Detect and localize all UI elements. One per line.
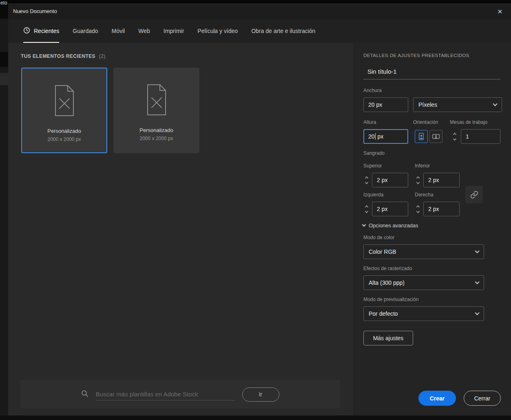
chevron-up-icon [365, 176, 368, 179]
units-value: Píxeles [418, 101, 437, 108]
document-name-field[interactable]: Sin título-1 [363, 64, 500, 79]
bleed-left-value: 2 px [377, 206, 387, 212]
preset-size: 2000 x 2000 px [47, 136, 81, 142]
tab-label: Web [138, 28, 150, 34]
advanced-options-label: Opciones avanzadas [369, 222, 418, 229]
preset-name: Personalizado [47, 128, 81, 134]
dialog-titlebar: Nuevo Documento × [8, 3, 511, 20]
bleed-top-label: Superior [363, 163, 382, 169]
bleed-label: Sangrado [363, 150, 385, 156]
color-mode-select[interactable]: Color RGB [363, 244, 484, 259]
bleed-bottom-input[interactable]: 2 px [423, 173, 460, 187]
link-bleed-values-button[interactable] [465, 186, 483, 203]
stock-search-input[interactable] [96, 388, 235, 400]
background-window-text: eto [0, 0, 7, 6]
height-unit: px [378, 133, 384, 140]
chevron-up-icon [365, 205, 368, 208]
recent-items-area: TUS ELEMENTOS RECIENTES (2) Personalizad… [8, 43, 353, 416]
tab-imprimir[interactable]: Imprimir [164, 20, 184, 43]
background-app-top-strip [0, 0, 511, 3]
bleed-bottom-stepper[interactable] [415, 173, 421, 187]
chevron-down-icon [362, 223, 366, 227]
more-settings-button[interactable]: Más ajustes [363, 331, 413, 345]
width-input[interactable]: 20 px [363, 97, 408, 112]
preview-mode-value: Por defecto [369, 310, 398, 317]
orientation-label: Orientación [413, 119, 438, 125]
bleed-left-stepper[interactable] [364, 202, 369, 216]
create-button[interactable]: Crear [418, 391, 456, 406]
chain-link-icon [470, 191, 478, 199]
width-label: Anchura [363, 88, 382, 93]
cerrar-button[interactable]: Cerrar [464, 391, 501, 406]
chevron-down-icon [475, 279, 479, 284]
bleed-right-stepper[interactable] [415, 202, 421, 216]
chevron-down-icon [416, 209, 420, 213]
recent-preset-card[interactable]: Personalizado 2000 x 2000 px [21, 68, 107, 153]
tab-movil[interactable]: Móvil [112, 20, 125, 43]
artboards-label: Mesas de trabajo [450, 119, 487, 125]
preset-details-panel: DETALLES DE AJUSTES PREESTABLECIDOS Sin … [353, 43, 511, 416]
recent-preset-card[interactable]: Personalizado 2000 x 2000 px [113, 68, 199, 153]
units-select[interactable]: Píxeles [413, 97, 502, 112]
document-template-icon [141, 82, 173, 119]
height-label: Altura [363, 119, 376, 125]
tab-label: Obra de arte e ilustración [251, 28, 315, 34]
chevron-up-icon [416, 176, 420, 179]
tab-label: Móvil [112, 28, 125, 34]
dialog-title: Nuevo Documento [13, 3, 57, 20]
go-button[interactable]: Ir [242, 387, 279, 402]
tab-label: Imprimir [164, 28, 184, 34]
advanced-options-toggle[interactable]: Opciones avanzadas [363, 222, 418, 229]
tab-pelicula-video[interactable]: Película y vídeo [197, 20, 238, 43]
bleed-left-input[interactable]: 2 px [372, 202, 408, 216]
chevron-down-icon [475, 248, 479, 253]
chevron-down-icon [453, 137, 456, 140]
recent-items-heading: TUS ELEMENTOS RECIENTES (2) [21, 53, 106, 59]
chevron-up-icon [453, 132, 456, 136]
bleed-right-label: Derecha [415, 192, 433, 198]
chevron-down-icon [475, 310, 479, 315]
tab-guardado[interactable]: Guardado [73, 20, 98, 43]
height-value: 20 [368, 133, 375, 140]
category-tabbar: Recientes Guardado Móvil Web Imprimir Pe… [8, 20, 511, 43]
height-input[interactable]: 20 px [363, 129, 408, 144]
raster-effects-value: Alta (300 ppp) [369, 279, 405, 286]
tab-recientes[interactable]: Recientes [23, 20, 59, 43]
recent-count: (2) [99, 53, 106, 59]
background-block [0, 52, 8, 67]
tab-label: Recientes [34, 28, 59, 34]
tab-web[interactable]: Web [138, 20, 150, 43]
background-app-left-strip [0, 0, 8, 420]
chevron-down-icon [493, 101, 497, 106]
color-mode-label: Modo de color [363, 235, 394, 240]
preview-mode-label: Modo de previsualización [363, 297, 418, 302]
preset-size: 2000 x 2000 px [139, 136, 173, 141]
document-template-icon [49, 83, 80, 120]
artboards-input[interactable]: 1 [461, 129, 500, 144]
recent-heading-text: TUS ELEMENTOS RECIENTES [21, 53, 95, 59]
bleed-bottom-label: Inferior [415, 163, 430, 169]
landscape-icon [431, 132, 440, 141]
tab-label: Guardado [73, 28, 98, 34]
chevron-down-icon [365, 180, 368, 184]
chevron-down-icon [416, 180, 420, 184]
artboards-stepper[interactable] [452, 129, 458, 144]
bleed-top-value: 2 px [377, 177, 387, 183]
tab-label: Película y vídeo [197, 28, 238, 34]
bleed-top-stepper[interactable] [364, 173, 369, 187]
close-icon[interactable]: × [492, 3, 508, 20]
bleed-right-input[interactable]: 2 px [423, 202, 460, 216]
text-cursor [375, 133, 376, 140]
color-mode-value: Color RGB [369, 248, 396, 255]
tab-obra-de-arte[interactable]: Obra de arte e ilustración [251, 20, 315, 43]
clock-icon [23, 27, 30, 35]
artboards-value: 1 [466, 133, 469, 140]
portrait-icon [417, 132, 426, 141]
bleed-left-label: Izquierda [363, 192, 383, 198]
bleed-top-input[interactable]: 2 px [372, 173, 408, 187]
preview-mode-select[interactable]: Por defecto [363, 306, 484, 321]
bleed-right-value: 2 px [428, 206, 439, 212]
raster-effects-select[interactable]: Alta (300 ppp) [363, 275, 484, 290]
orientation-landscape-button[interactable] [429, 130, 442, 143]
orientation-portrait-button[interactable] [415, 130, 428, 143]
